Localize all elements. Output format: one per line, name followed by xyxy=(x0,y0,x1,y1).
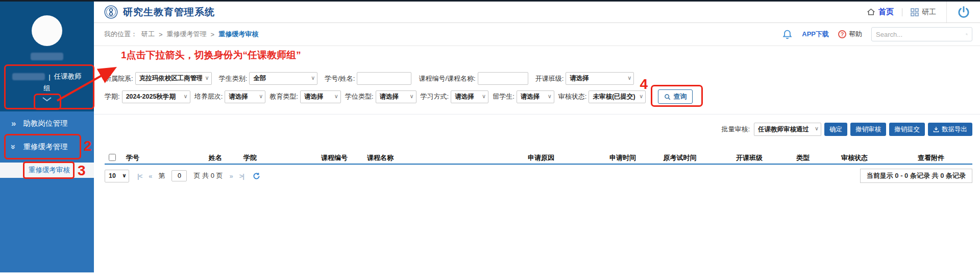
chevron-down-icon: ∨ xyxy=(409,93,413,100)
page-prefix-label: 第 xyxy=(158,171,165,180)
col-type: 类型 xyxy=(796,153,810,163)
batch-actions-row: 批量审核: 任课教师审核通过∨ 确定 撤销审核 撤销提交 数据导出 xyxy=(721,123,972,136)
degree-level-select[interactable]: 请选择∨ xyxy=(225,90,265,103)
search-icon[interactable] xyxy=(966,30,968,38)
select-all-checkbox[interactable] xyxy=(109,154,116,163)
app-download-link[interactable]: APP下载 xyxy=(802,30,829,39)
role-label-line1: 任课教师 xyxy=(54,72,82,81)
chevron-down-icon xyxy=(42,97,52,102)
breadcrumb-separator: > xyxy=(211,31,215,38)
student-id-name-label: 学号/姓名: xyxy=(325,74,355,83)
col-course-code: 课程编号 xyxy=(321,153,348,163)
chevrons-right-icon: » xyxy=(11,119,16,128)
refresh-icon xyxy=(253,172,260,180)
page-suffix-label: 页 共 0 页 xyxy=(193,171,223,180)
records-summary: 当前显示 0 - 0 条记录 共 0 条记录 xyxy=(860,169,972,183)
submenu-label: 重修缓考审核 xyxy=(29,166,70,175)
education-type-select[interactable]: 请选择∨ xyxy=(300,90,341,103)
col-name: 姓名 xyxy=(209,153,222,163)
brand: 研究生教育管理系统 xyxy=(104,5,215,19)
breadcrumb-location-label: 我的位置： xyxy=(104,30,137,39)
chevron-down-icon: ∨ xyxy=(639,93,643,100)
refresh-button[interactable] xyxy=(253,172,260,180)
col-view-attachment: 查看附件 xyxy=(918,153,944,163)
education-type-label: 教育类型: xyxy=(270,92,298,101)
checkbox[interactable] xyxy=(109,154,116,161)
table-header-row: 学号 姓名 学院 课程编号 课程名称 申请原因 申请时间 原考试时间 开课班级 … xyxy=(105,151,972,165)
international-student-select[interactable]: 请选择∨ xyxy=(517,90,554,103)
col-apply-time: 申请时间 xyxy=(609,153,636,163)
chevron-down-icon: ∨ xyxy=(548,93,552,100)
prev-page-button[interactable]: « xyxy=(149,172,152,180)
data-export-button[interactable]: 数据导出 xyxy=(928,123,972,136)
student-type-select[interactable]: 全部∨ xyxy=(249,72,317,85)
international-student-label: 留学生: xyxy=(493,92,514,101)
user-id-redacted xyxy=(12,73,45,80)
course-code-name-input[interactable] xyxy=(478,72,528,85)
confirm-button[interactable]: 确定 xyxy=(824,123,847,136)
col-student-id: 学号 xyxy=(126,153,139,163)
batch-review-label: 批量审核: xyxy=(721,125,750,134)
sidebar-item-retake-management[interactable]: » 重修缓考管理 xyxy=(0,135,94,158)
semester-select[interactable]: 2024-2025秋学期∨ xyxy=(122,90,190,103)
batch-action-select[interactable]: 任课教师审核通过∨ xyxy=(754,123,821,136)
breadcrumb-separator: > xyxy=(159,31,163,38)
study-mode-select[interactable]: 请选择∨ xyxy=(451,90,488,103)
student-id-name-input[interactable] xyxy=(357,72,411,85)
portal-link[interactable]: 研工 xyxy=(911,8,936,17)
power-icon xyxy=(957,6,970,19)
col-college: 学院 xyxy=(243,153,257,163)
degree-level-label: 培养层次: xyxy=(194,92,223,101)
avatar xyxy=(32,15,62,46)
breadcrumb: 我的位置： 研工 > 重修缓考管理 > 重修缓考审核 xyxy=(104,30,258,39)
breadcrumb-parent[interactable]: 重修缓考管理 xyxy=(167,30,207,39)
search-input[interactable] xyxy=(876,31,966,38)
page-number-input[interactable] xyxy=(172,170,187,181)
breadcrumb-current[interactable]: 重修缓考审核 xyxy=(218,30,258,39)
divider xyxy=(902,8,902,16)
col-apply-reason: 申请原因 xyxy=(528,153,554,163)
query-button[interactable]: 查询 xyxy=(658,89,693,104)
chevron-down-icon: ∨ xyxy=(259,93,263,100)
sidebar-item-label: 重修缓考管理 xyxy=(23,142,67,152)
class-select[interactable]: 请选择∨ xyxy=(566,72,634,85)
course-code-name-label: 课程编号/课程名称: xyxy=(419,74,475,83)
last-page-button[interactable]: >| xyxy=(239,172,244,180)
student-type-label: 学生类别: xyxy=(219,74,248,83)
sidebar-item-ta-position[interactable]: » 助教岗位管理 xyxy=(0,111,94,135)
review-status-select[interactable]: 未审核(已提交)∨ xyxy=(589,90,646,103)
next-page-button[interactable]: » xyxy=(230,172,233,180)
global-search xyxy=(871,27,972,41)
revoke-review-button[interactable]: 撤销审核 xyxy=(850,123,886,136)
home-icon xyxy=(867,8,875,16)
grid-icon xyxy=(911,8,919,16)
role-switch-dropdown[interactable] xyxy=(0,97,94,102)
chevron-down-icon: ∨ xyxy=(627,75,631,81)
home-link[interactable]: 首页 xyxy=(867,7,894,17)
first-page-button[interactable]: |< xyxy=(137,172,142,180)
department-select[interactable]: 克拉玛依校区工商管理∨ xyxy=(135,72,212,85)
sidebar: | 任课教师 组 » 助教岗位管理 » 重修缓考管理 重修缓考审核 xyxy=(0,2,94,272)
chevron-down-icon: ∨ xyxy=(815,125,819,132)
filter-row-2: 学期: 2024-2025秋学期∨ 培养层次: 请选择∨ 教育类型: 请选择∨ … xyxy=(105,89,693,104)
degree-type-select[interactable]: 请选择∨ xyxy=(376,90,416,103)
top-header-actions: 首页 研工 xyxy=(867,2,980,22)
app-root: | 任课教师 组 » 助教岗位管理 » 重修缓考管理 重修缓考审核 xyxy=(0,0,980,276)
logout-button[interactable] xyxy=(946,2,980,22)
user-name-redacted xyxy=(31,53,63,60)
search-icon xyxy=(664,94,671,100)
help-link[interactable]: ? 帮助 xyxy=(838,30,862,39)
sidebar-profile: | 任课教师 组 xyxy=(0,2,94,111)
col-course-name: 课程名称 xyxy=(367,153,394,163)
breadcrumb-bar-actions: APP下载 ? 帮助 xyxy=(782,27,980,41)
role-label-line2: 组 xyxy=(0,84,94,93)
notifications-bell-icon[interactable] xyxy=(782,29,793,40)
user-role-row: | 任课教师 xyxy=(0,72,94,81)
breadcrumb-bar: 我的位置： 研工 > 重修缓考管理 > 重修缓考审核 APP下载 ? 帮助 xyxy=(94,23,980,46)
breadcrumb-root[interactable]: 研工 xyxy=(141,30,155,39)
page-size-select[interactable]: 10∨ xyxy=(105,170,129,182)
sidebar-subitem-retake-review[interactable]: 重修缓考审核 xyxy=(0,163,94,178)
revoke-submit-button[interactable]: 撤销提交 xyxy=(889,123,925,136)
class-label: 开课班级: xyxy=(535,74,564,83)
department-label: 所属院系: xyxy=(105,74,133,83)
